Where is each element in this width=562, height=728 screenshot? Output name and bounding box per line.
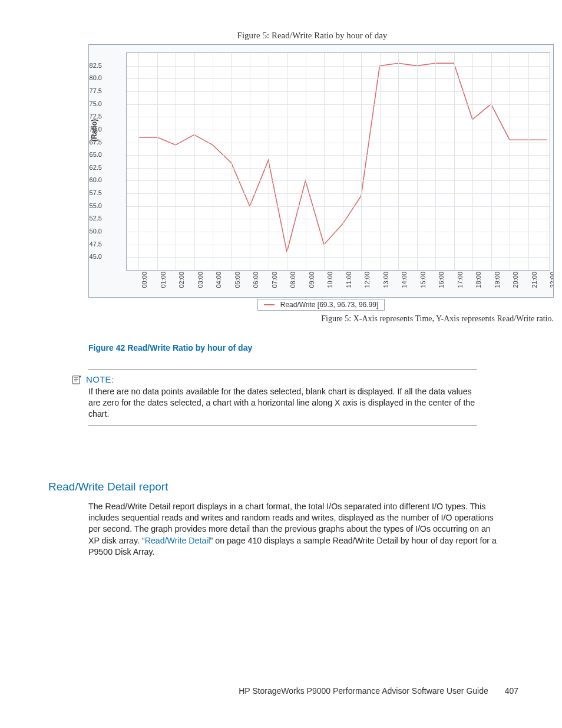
x-tick-label: 21:00 (531, 272, 538, 288)
cross-reference-link[interactable]: Read/Write Detail (145, 536, 210, 545)
y-tick-label: 52.5 (88, 215, 102, 222)
figure-caption: Figure 42 Read/Write Ratio by hour of da… (88, 343, 252, 353)
figure-block: Figure 5: Read/Write Ratio by hour of da… (88, 31, 560, 324)
note-body: If there are no data points available fo… (88, 386, 477, 420)
y-tick-label: 45.0 (88, 253, 102, 260)
y-tick-label: 77.5 (88, 87, 102, 94)
note-label: NOTE: (86, 374, 114, 384)
legend-text: Read/Write [69.3, 96.73, 96.99] (280, 301, 379, 309)
chart-title: Figure 5: Read/Write Ratio by hour of da… (88, 31, 536, 41)
x-tick-label: 11:00 (345, 272, 352, 288)
legend-swatch (264, 304, 275, 305)
y-tick-label: 67.5 (88, 139, 102, 146)
y-tick-label: 60.0 (88, 176, 102, 183)
x-tick-label: 22:00 (549, 272, 554, 288)
x-tick-label: 14:00 (401, 272, 408, 288)
svg-rect-0 (72, 375, 80, 383)
x-tick-label: 18:00 (475, 272, 482, 288)
x-tick-label: 13:00 (382, 272, 389, 288)
y-tick-label: 57.5 (88, 189, 102, 196)
x-tick-label: 04:00 (215, 272, 222, 288)
page-number: 407 (505, 686, 518, 696)
y-tick-label: 75.0 (88, 100, 102, 107)
x-tick-label: 09:00 (308, 272, 315, 288)
y-tick-label: 65.0 (88, 151, 102, 158)
y-tick-label: 70.0 (88, 126, 102, 133)
note-block: NOTE: If there are no data points availa… (88, 369, 477, 426)
note-icon (72, 375, 82, 384)
x-tick-label: 01:00 (160, 272, 167, 288)
x-tick-label: 19:00 (494, 272, 501, 288)
note-header: NOTE: (72, 374, 477, 384)
note-divider-top (88, 369, 477, 370)
y-tick-label: 82.5 (88, 62, 102, 69)
chart-frame: (Ratio) 45.047.550.052.555.057.560.062.5… (88, 44, 554, 298)
y-tick-label: 62.5 (88, 164, 102, 171)
x-tick-label: 17:00 (457, 272, 464, 288)
x-tick-label: 07:00 (271, 272, 278, 288)
y-tick-label: 80.0 (88, 74, 102, 81)
section-heading: Read/Write Detail report (48, 480, 168, 493)
legend: Read/Write [69.3, 96.73, 96.99] (257, 299, 385, 311)
x-tick-label: 10:00 (326, 272, 333, 288)
x-tick-label: 16:00 (438, 272, 445, 288)
x-tick-label: 15:00 (419, 272, 427, 288)
plot-area (126, 52, 550, 271)
footer-title: HP StorageWorks P9000 Performance Adviso… (239, 686, 488, 696)
x-tick-label: 03:00 (197, 272, 204, 288)
page-footer: HP StorageWorks P9000 Performance Adviso… (0, 686, 518, 696)
y-tick-label: 55.0 (88, 202, 102, 209)
note-divider-bottom (88, 425, 477, 426)
x-tick-label: 06:00 (252, 272, 259, 288)
x-tick-label: 08:00 (289, 272, 296, 288)
series-line (127, 53, 550, 270)
x-tick-label: 20:00 (512, 272, 519, 288)
section-body: The Read/Write Detail report displays in… (88, 501, 501, 558)
y-tick-label: 47.5 (88, 241, 102, 248)
legend-wrap: Read/Write [69.3, 96.73, 96.99] (88, 297, 554, 311)
x-tick-label: 12:00 (363, 272, 371, 288)
x-tick-label: 02:00 (178, 272, 185, 288)
x-tick-label: 05:00 (234, 272, 241, 288)
y-tick-label: 50.0 (88, 228, 102, 235)
x-tick-label: 00:00 (141, 272, 148, 288)
chart-subcaption: Figure 5: X-Axis represents Time, Y-Axis… (88, 314, 554, 324)
y-tick-label: 72.5 (88, 113, 102, 120)
